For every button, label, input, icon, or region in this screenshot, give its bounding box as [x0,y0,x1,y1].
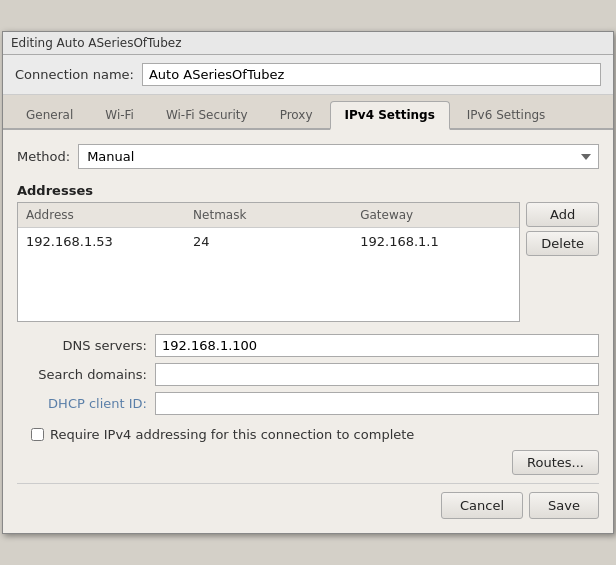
col-header-netmask: Netmask [185,206,352,224]
title-bar: Editing Auto ASeriesOfTubez [3,32,613,55]
method-select-wrapper: Manual Automatic (DHCP) Link-Local Only … [78,144,599,169]
method-label: Method: [17,149,70,164]
tab-bar: General Wi-Fi Wi-Fi Security Proxy IPv4 … [3,95,613,130]
dns-row: DNS servers: [17,334,599,357]
cancel-button[interactable]: Cancel [441,492,523,519]
cell-address: 192.168.1.53 [18,231,185,252]
tab-content: Method: Manual Automatic (DHCP) Link-Loc… [3,130,613,533]
dhcp-input[interactable] [155,392,599,415]
addresses-section-label: Addresses [17,183,599,198]
addresses-container: Address Netmask Gateway 192.168.1.53 24 … [17,202,599,322]
tab-wifi[interactable]: Wi-Fi [90,101,149,130]
main-window: Editing Auto ASeriesOfTubez Connection n… [2,31,614,534]
title-text: Editing Auto ASeriesOfTubez [11,36,181,50]
dns-input[interactable] [155,334,599,357]
ipv4-required-checkbox[interactable] [31,428,44,441]
method-select[interactable]: Manual Automatic (DHCP) Link-Local Only … [78,144,599,169]
fields-section: DNS servers: Search domains: DHCP client… [17,334,599,415]
bottom-row: Cancel Save [17,483,599,523]
add-button[interactable]: Add [526,202,599,227]
search-domains-row: Search domains: [17,363,599,386]
tab-general[interactable]: General [11,101,88,130]
method-row: Method: Manual Automatic (DHCP) Link-Loc… [17,144,599,169]
tab-wifi-security[interactable]: Wi-Fi Security [151,101,263,130]
table-body: 192.168.1.53 24 192.168.1.1 [18,228,519,308]
col-header-address: Address [18,206,185,224]
dhcp-row: DHCP client ID: [17,392,599,415]
connection-name-row: Connection name: [3,55,613,95]
tab-proxy[interactable]: Proxy [265,101,328,130]
tab-ipv6[interactable]: IPv6 Settings [452,101,561,130]
tab-ipv4[interactable]: IPv4 Settings [330,101,450,130]
cancel-save-buttons: Cancel Save [441,492,599,519]
add-delete-buttons: Add Delete [526,202,599,256]
ipv4-required-label: Require IPv4 addressing for this connect… [50,427,414,442]
connection-name-label: Connection name: [15,67,134,82]
col-header-gateway: Gateway [352,206,519,224]
routes-button[interactable]: Routes... [512,450,599,475]
addresses-table: Address Netmask Gateway 192.168.1.53 24 … [17,202,520,322]
delete-button[interactable]: Delete [526,231,599,256]
checkbox-row: Require IPv4 addressing for this connect… [17,427,599,442]
search-domains-label: Search domains: [17,367,147,382]
connection-name-input[interactable] [142,63,601,86]
cell-gateway: 192.168.1.1 [352,231,519,252]
search-domains-input[interactable] [155,363,599,386]
save-button[interactable]: Save [529,492,599,519]
table-header: Address Netmask Gateway [18,203,519,228]
dns-label: DNS servers: [17,338,147,353]
dhcp-label: DHCP client ID: [17,396,147,411]
addresses-section: Addresses Address Netmask Gateway 192.16… [17,183,599,322]
table-row[interactable]: 192.168.1.53 24 192.168.1.1 [18,228,519,255]
routes-button-row: Routes... [17,450,599,475]
cell-netmask: 24 [185,231,352,252]
